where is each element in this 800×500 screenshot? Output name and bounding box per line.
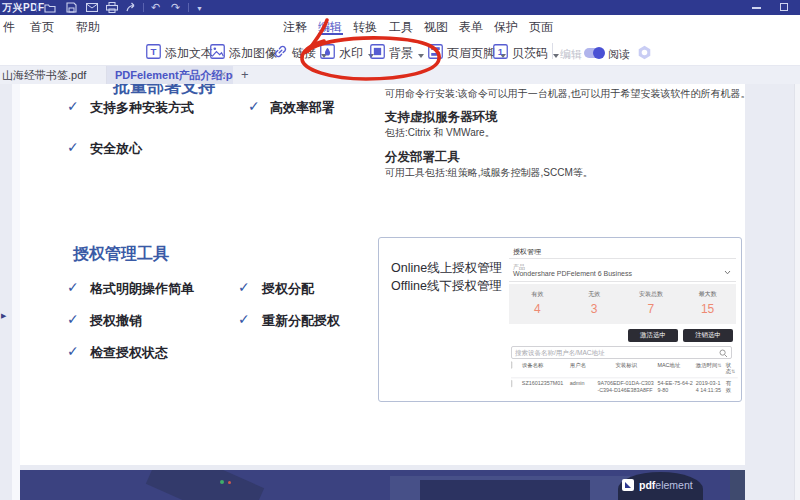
stat-value: 7 <box>623 302 680 316</box>
menu-tools[interactable]: 工具 <box>389 19 413 36</box>
add-image-icon <box>210 44 225 63</box>
tab-close-icon[interactable]: × <box>220 68 226 80</box>
product-value: Wondershare PDFelement 6 Business <box>513 270 632 277</box>
link-icon <box>273 44 288 63</box>
maximize-button[interactable] <box>780 3 788 11</box>
menu-comment[interactable]: 注释 <box>283 19 307 36</box>
column-header: 设备名称 <box>522 362 570 369</box>
edit-read-toggle[interactable] <box>584 48 604 58</box>
column-header: 安装标识 <box>597 362 657 369</box>
add-text-button[interactable]: T 添加文本 <box>146 44 213 63</box>
add-text-icon: T <box>146 44 161 63</box>
license-manager-screenshot: 授权管理 产品 Wondershare PDFelement 6 Busines… <box>509 244 736 397</box>
activate-selected-button: 激活选中 <box>628 329 678 342</box>
share-icon[interactable] <box>126 2 138 13</box>
divider <box>509 281 736 282</box>
vertical-scrollbar[interactable] <box>794 84 800 500</box>
open-folder-icon[interactable] <box>44 2 56 13</box>
cell-status: 有效 <box>726 380 738 394</box>
bates-dropdown-caret[interactable] <box>553 54 559 58</box>
bates-number-icon: 1 <box>493 44 508 63</box>
divider <box>188 3 189 12</box>
license-feature-box: Online线上授权管理 Offline线下授权管理 授权管理 产品 Wonde… <box>378 237 742 402</box>
pdf-editor-window: 万兴PDF ↶ ↷ ▼ 件 首页 帮助 注释 编辑 转换 工具 视 <box>0 0 800 500</box>
save-icon[interactable] <box>65 2 77 13</box>
check-icon: ✓ <box>67 279 79 295</box>
add-image-button[interactable]: 添加图像 <box>210 44 277 63</box>
device-table: 设备名称 用户名 安装标识 MAC地址 激活时间⇅ 状态⇅ SZ16012357… <box>511 362 738 394</box>
print-icon[interactable] <box>106 2 118 13</box>
menu-file-partial[interactable]: 件 <box>3 19 15 36</box>
check-icon: ✓ <box>67 139 79 155</box>
cell-username: admin <box>570 380 598 387</box>
undo-icon[interactable]: ↶ <box>151 0 160 14</box>
cell-mac-address: 54-EE-75-64-29-80 <box>657 380 695 394</box>
document-viewport: ▶ 批量部署支持 ✓ 支持多种安装方式 ✓ 高效率部署 ✓ 安全放心 可用命令行… <box>0 84 800 500</box>
bates-number-button[interactable]: 1 贝茨码 <box>493 44 559 63</box>
pdfelement-logo-icon <box>622 479 634 491</box>
watermark-button[interactable]: 水印 <box>320 44 374 63</box>
table-header-row: 设备名称 用户名 安装标识 MAC地址 激活时间⇅ 状态⇅ <box>511 362 738 378</box>
tab-bar: 山海经带书签.pdf PDFelement产品介绍.pdf × + <box>0 66 800 84</box>
stat-value: 3 <box>566 302 623 316</box>
menu-home[interactable]: 首页 <box>30 19 54 36</box>
link-button[interactable]: 链接 <box>273 44 327 63</box>
photo-shape <box>228 481 231 484</box>
photo-shape <box>420 480 590 500</box>
doc-line-offline: Offline线下授权管理 <box>391 278 502 295</box>
panel-expand-handle[interactable]: ▶ <box>1 312 6 320</box>
check-icon: ✓ <box>67 98 79 114</box>
background-dropdown-caret[interactable] <box>418 54 424 58</box>
minimize-button[interactable] <box>752 7 761 9</box>
deactivate-selected-button: 注销选中 <box>683 329 733 342</box>
device-search-field <box>511 346 732 359</box>
menu-page[interactable]: 页面 <box>529 19 553 36</box>
mode-edit-label: 编辑 <box>560 47 582 62</box>
collapse-toolbar-icon[interactable]: ▼ <box>196 2 203 16</box>
checkbox <box>511 380 512 387</box>
active-menu-underline <box>318 33 343 35</box>
cell-activation-time: 2019-03-14 14:11:35 <box>696 380 726 394</box>
doc-subheading: 支持虚拟服务器环境 <box>385 109 498 126</box>
mode-read-label: 阅读 <box>608 47 630 62</box>
new-tab-button[interactable]: + <box>241 67 249 82</box>
column-header: 激活时间⇅ <box>696 362 726 369</box>
doc-check-item: 格式明朗操作简单 <box>90 280 194 298</box>
menu-protect[interactable]: 保护 <box>494 19 518 36</box>
doc-check-item: 重新分配授权 <box>262 312 340 330</box>
tab-pdfelement-intro[interactable]: PDFelement产品介绍.pdf <box>107 66 233 84</box>
doc-check-item: 授权分配 <box>262 280 314 298</box>
background-button[interactable]: 背景 <box>370 44 424 63</box>
chevron-down-icon <box>724 269 731 276</box>
stat-value: 4 <box>509 302 566 316</box>
check-icon: ✓ <box>248 98 260 114</box>
header-footer-icon <box>428 44 443 63</box>
cell-install-id: 9A706EDF-01DA-C303-C394-D146E383A8FF <box>597 380 657 394</box>
settings-hexagon-icon[interactable] <box>637 45 652 64</box>
title-bar: 万兴PDF ↶ ↷ ▼ <box>0 0 800 15</box>
doc-paragraph: 可用命令行安装:该命令可以用于一台机器,也可以用于希望安装该软件的所有机器。 <box>385 87 745 101</box>
svg-text:T: T <box>151 46 157 57</box>
check-icon: ✓ <box>67 311 79 327</box>
stat-value: 15 <box>679 302 736 316</box>
menu-view[interactable]: 视图 <box>424 19 448 36</box>
doc-check-item: 安全放心 <box>90 140 142 158</box>
check-icon: ✓ <box>238 279 250 295</box>
column-header: 用户名 <box>570 362 598 369</box>
redo-icon[interactable]: ↷ <box>171 0 180 14</box>
doc-check-item: 支持多种安装方式 <box>90 99 194 117</box>
check-icon: ✓ <box>67 343 79 359</box>
menu-help[interactable]: 帮助 <box>76 19 100 36</box>
check-icon: ✓ <box>238 311 250 327</box>
tab-shanhaijing[interactable]: 山海经带书签.pdf <box>0 66 107 84</box>
next-page-photo: pdfelement <box>20 470 745 500</box>
menu-convert[interactable]: 转换 <box>353 19 377 36</box>
doc-heading-batch-deploy: 批量部署支持 <box>113 84 215 98</box>
svg-text:1: 1 <box>498 46 504 57</box>
divider <box>36 3 37 12</box>
doc-subheading: 分发部署工具 <box>385 149 460 166</box>
mail-icon[interactable] <box>86 2 98 13</box>
checkbox <box>511 361 512 368</box>
pdf-page: 批量部署支持 ✓ 支持多种安装方式 ✓ 高效率部署 ✓ 安全放心 可用命令行安装… <box>20 84 745 465</box>
menu-form[interactable]: 表单 <box>459 19 483 36</box>
